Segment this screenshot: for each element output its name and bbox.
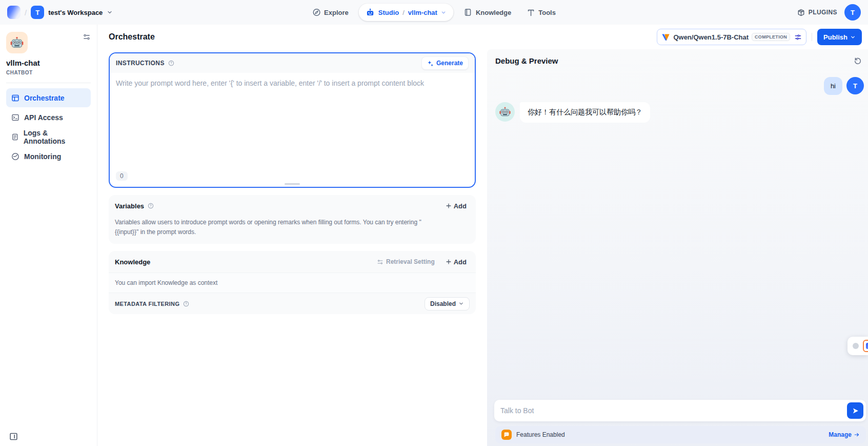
instructions-header: INSTRUCTIONS Generate bbox=[110, 53, 475, 73]
app-name: vllm-chat bbox=[6, 59, 91, 67]
nav-knowledge[interactable]: Knowledge bbox=[459, 4, 516, 21]
manage-features-link[interactable]: Manage bbox=[829, 431, 860, 438]
knowledge-add-button[interactable]: Add bbox=[442, 256, 470, 268]
generate-button[interactable]: Generate bbox=[421, 56, 469, 70]
user-chat-avatar: T bbox=[846, 77, 864, 94]
metadata-filtering-select[interactable]: Disabled bbox=[425, 297, 470, 311]
metadata-filtering-row: METADATA FILTERING Disabled bbox=[109, 293, 476, 314]
app-settings-icon[interactable] bbox=[83, 33, 91, 41]
header-slash-divider: / bbox=[25, 8, 27, 17]
char-count-badge: 0 bbox=[116, 171, 128, 181]
knowledge-panel: Knowledge Retrieval Setting Add You can … bbox=[109, 251, 476, 314]
app-avatar[interactable] bbox=[6, 32, 28, 53]
page-title: Orchestrate bbox=[109, 32, 155, 42]
variables-add-button[interactable]: Add bbox=[442, 200, 470, 212]
chat-message-user: hi T bbox=[495, 77, 864, 95]
robot-icon bbox=[366, 8, 375, 17]
chevron-down-icon[interactable] bbox=[107, 9, 113, 15]
orchestrate-icon bbox=[11, 94, 19, 102]
variables-panel: Variables Add Variables allow users to i… bbox=[109, 195, 476, 244]
plugins-button[interactable]: PLUGINS bbox=[797, 9, 837, 16]
app-type-badge: CHATBOT bbox=[6, 70, 91, 75]
features-bar: Features Enabled Manage bbox=[495, 426, 866, 443]
workspace-name[interactable]: test's Workspace bbox=[48, 9, 103, 16]
metadata-filtering-title: METADATA FILTERING bbox=[115, 301, 179, 307]
plus-icon bbox=[446, 259, 452, 265]
nav-knowledge-label: Knowledge bbox=[476, 9, 511, 16]
header-right: PLUGINS T bbox=[797, 4, 861, 21]
manage-label: Manage bbox=[829, 431, 852, 438]
features-label: Features Enabled bbox=[516, 431, 565, 438]
dify-logo[interactable] bbox=[7, 6, 21, 19]
chat-input[interactable] bbox=[497, 406, 847, 415]
debug-preview-panel: Debug & Preview hi T bbox=[487, 49, 868, 446]
sidebar-divider bbox=[6, 83, 91, 83]
chat-input-box bbox=[494, 400, 866, 421]
drag-dot-icon bbox=[853, 343, 859, 349]
sparkles-icon bbox=[427, 60, 434, 67]
nav-tools[interactable]: Tools bbox=[521, 4, 561, 21]
sidebar-item-monitoring[interactable]: Monitoring bbox=[6, 147, 91, 166]
topbar-divider bbox=[812, 33, 812, 41]
instructions-panel: INSTRUCTIONS Generate Write your prompt … bbox=[109, 52, 476, 188]
sidebar-item-orchestrate[interactable]: Orchestrate bbox=[6, 88, 91, 107]
helper-badge-icon bbox=[863, 340, 868, 352]
bot-avatar bbox=[495, 102, 515, 122]
nav-studio-label: Studio bbox=[378, 9, 399, 16]
workspace-avatar[interactable]: T bbox=[31, 6, 44, 19]
header-nav: Explore Studio / vllm-chat Knowledge Too… bbox=[307, 0, 561, 25]
model-selector[interactable]: Qwen/Qwen1.5-7B-Chat COMPLETION bbox=[657, 29, 806, 45]
instructions-title: INSTRUCTIONS bbox=[116, 60, 165, 67]
sidebar-item-logs-annotations[interactable]: Logs & Annotations bbox=[6, 127, 91, 146]
retrieval-setting-label: Retrieval Setting bbox=[386, 258, 435, 265]
info-icon bbox=[168, 60, 174, 66]
bot-message-bubble: 你好！有什么问题我可以帮助你吗？ bbox=[520, 102, 650, 123]
knowledge-description: You can import Knowledge as context bbox=[109, 273, 476, 293]
plugins-label: PLUGINS bbox=[809, 9, 837, 16]
app-card bbox=[6, 32, 91, 53]
chat-area: hi T bbox=[487, 72, 868, 400]
knowledge-header: Knowledge Retrieval Setting Add bbox=[109, 251, 476, 273]
plus-icon bbox=[446, 203, 452, 209]
arrow-right-icon bbox=[854, 432, 860, 438]
publish-button[interactable]: Publish bbox=[817, 29, 862, 45]
config-column: INSTRUCTIONS Generate Write your prompt … bbox=[97, 49, 476, 446]
nav-explore[interactable]: Explore bbox=[307, 4, 354, 21]
variables-description: Variables allow users to introduce promp… bbox=[109, 217, 447, 244]
floating-helper-widget[interactable] bbox=[847, 337, 868, 355]
send-button[interactable] bbox=[847, 402, 863, 419]
model-mode-badge: COMPLETION bbox=[752, 33, 790, 41]
main-content: INSTRUCTIONS Generate Write your prompt … bbox=[97, 49, 868, 446]
chevron-down-icon[interactable] bbox=[441, 10, 447, 15]
knowledge-title: Knowledge bbox=[115, 258, 150, 266]
knowledge-add-label: Add bbox=[454, 258, 467, 266]
prompt-editor[interactable]: Write your prompt word here, enter '{' t… bbox=[110, 73, 475, 187]
sidebar-item-label: API Access bbox=[24, 113, 63, 122]
variables-title: Variables bbox=[115, 202, 144, 210]
user-message-bubble: hi bbox=[824, 77, 842, 95]
nav-tools-label: Tools bbox=[538, 9, 556, 16]
vllm-logo-icon bbox=[661, 33, 670, 42]
sidebar-item-label: Logs & Annotations bbox=[24, 129, 86, 145]
explore-icon bbox=[312, 8, 320, 16]
sidebar-collapse-icon[interactable] bbox=[9, 432, 18, 441]
nav-studio-app: vllm-chat bbox=[408, 9, 437, 16]
nav-studio-active[interactable]: Studio / vllm-chat bbox=[359, 4, 454, 21]
sidebar-item-api-access[interactable]: API Access bbox=[6, 108, 91, 127]
restart-chat-icon[interactable] bbox=[852, 54, 864, 67]
retrieval-setting-button[interactable]: Retrieval Setting bbox=[377, 258, 435, 265]
topbar-right: Qwen/Qwen1.5-7B-Chat COMPLETION Publish bbox=[657, 29, 862, 45]
info-icon bbox=[148, 203, 154, 209]
sidebar-item-label: Monitoring bbox=[24, 152, 61, 161]
generate-label: Generate bbox=[436, 60, 463, 67]
robot-avatar-icon bbox=[10, 35, 24, 50]
account-avatar[interactable]: T bbox=[844, 4, 861, 21]
resize-handle[interactable] bbox=[285, 183, 300, 185]
debug-title: Debug & Preview bbox=[495, 56, 558, 65]
variables-header: Variables Add bbox=[109, 195, 476, 217]
chat-input-row bbox=[487, 400, 868, 421]
retrieval-setting-icon bbox=[377, 259, 383, 265]
tune-icon[interactable] bbox=[794, 33, 802, 41]
main-area: Orchestrate Qwen/Qwen1.5-7B-Chat COMPLET… bbox=[97, 25, 868, 446]
send-icon bbox=[852, 407, 859, 415]
